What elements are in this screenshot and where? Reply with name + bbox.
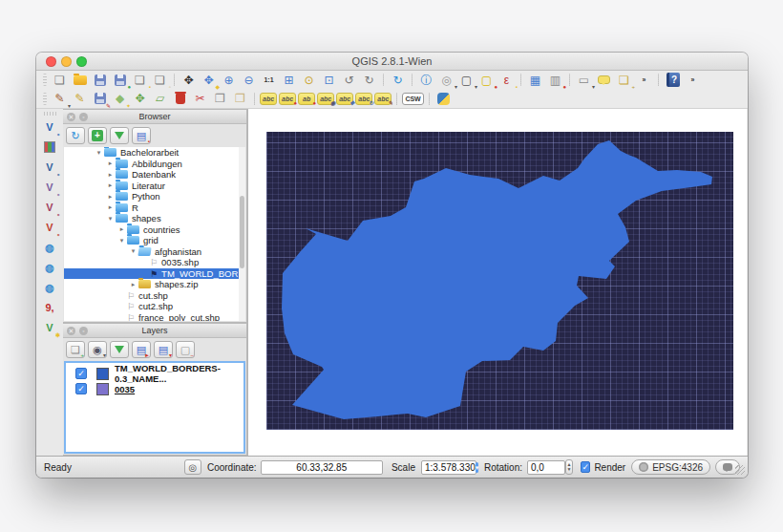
separator[interactable] <box>174 74 175 86</box>
separator[interactable] <box>254 93 255 105</box>
toolbar-overflow-chevron[interactable]: » <box>684 72 702 88</box>
refresh-map-button[interactable]: ↻ <box>389 72 407 88</box>
delete-selected-button[interactable] <box>171 91 189 107</box>
toolbar-handle[interactable] <box>43 93 47 105</box>
add-wms-layer-button[interactable]: ◍ <box>39 238 60 257</box>
zoom-next-button[interactable]: ↻ <box>360 72 378 88</box>
pan-to-selection-button[interactable]: ✥ ◆ <box>200 72 218 88</box>
save-project-as-button[interactable]: ● <box>111 72 129 88</box>
expander-icon[interactable]: ▾ <box>94 149 104 157</box>
toggle-editing-button[interactable]: ✎ <box>71 91 89 107</box>
expander-icon[interactable]: ▸ <box>105 203 116 211</box>
node-tool-button[interactable]: ▱ <box>151 91 169 107</box>
expander-icon[interactable]: ▸ <box>105 193 116 201</box>
expander-icon[interactable]: ▾ <box>128 247 138 255</box>
layer-labeling-button[interactable]: abc <box>260 93 277 105</box>
tree-item[interactable]: ⚐ cut.shp <box>64 290 245 302</box>
separator[interactable] <box>569 74 570 86</box>
browser-collapse-button[interactable]: ▤ ▪ <box>132 127 151 144</box>
crs-status-button[interactable]: EPSG:4326 <box>631 459 710 475</box>
metasearch-csw-button[interactable]: CSW <box>402 93 423 105</box>
select-by-expression-button[interactable]: ε ▪ <box>497 72 516 88</box>
zoom-to-selection-button[interactable]: ⊙ <box>300 72 318 88</box>
expander-icon[interactable]: ▸ <box>105 181 116 189</box>
move-label-button[interactable]: abc ✥ <box>336 93 353 105</box>
tree-item[interactable]: ▾ afghanistan <box>64 246 245 258</box>
scale-dropdown-icon[interactable]: ▾ <box>476 462 479 473</box>
separator[interactable] <box>520 74 521 86</box>
composer-manager-button[interactable]: ❏ ◦ <box>151 72 169 88</box>
zoom-last-button[interactable]: ↺ <box>340 72 358 88</box>
tree-item[interactable]: ▸ R <box>64 202 245 214</box>
new-composer-button[interactable]: ❏ ▪ <box>131 72 149 88</box>
change-label-button[interactable]: abc ✎ <box>374 93 392 105</box>
move-feature-button[interactable]: ✥ <box>131 91 149 107</box>
add-feature-button[interactable]: ◆ ✦ <box>111 91 129 107</box>
scale-input[interactable]: 1:3.578.330 ▾ <box>421 460 476 475</box>
measure-button[interactable]: ▭ ▾ <box>575 72 593 88</box>
highlight-pinned-labels-button[interactable]: ab ● <box>298 93 315 105</box>
tree-item[interactable]: ⚐ france_poly_cut.shp <box>64 312 245 322</box>
toolbar-handle[interactable] <box>43 74 47 86</box>
add-oracle-layer-button[interactable]: V ∘ <box>39 218 60 237</box>
tree-item[interactable]: ▸ shapes.zip <box>64 279 245 290</box>
expander-icon[interactable]: ▾ <box>105 215 116 223</box>
save-project-button[interactable] <box>91 72 109 88</box>
expander-icon[interactable]: ▸ <box>116 225 127 233</box>
current-edits-button[interactable]: ✎ ▾ <box>51 91 69 107</box>
separator[interactable] <box>396 93 397 105</box>
zoom-out-button[interactable]: ⊖ <box>240 72 258 88</box>
new-bookmark-button[interactable]: ❏ + <box>615 72 633 88</box>
browser-scrollbar[interactable] <box>239 147 245 321</box>
tree-item[interactable]: ▸ Literatur <box>64 181 245 192</box>
render-checkbox[interactable]: ✓ <box>581 461 590 473</box>
layer-visibility-checkbox[interactable]: ✓ <box>75 383 87 394</box>
add-postgis-layer-button[interactable]: V ∘ <box>39 158 60 177</box>
track-mouse-button[interactable]: ◎ <box>184 459 201 475</box>
rotate-label-button[interactable]: abc ↻ <box>355 93 372 105</box>
tree-item[interactable]: ▾ grid <box>64 235 245 246</box>
zoom-to-layer-button[interactable]: ⊡ <box>320 72 338 88</box>
tree-item[interactable]: ▸ Python <box>64 191 245 202</box>
expander-icon[interactable]: ▸ <box>128 281 138 288</box>
add-group-button[interactable]: ❏ + <box>66 341 85 358</box>
separator[interactable] <box>429 93 430 105</box>
rotation-input[interactable]: 0,0 <box>527 460 565 475</box>
add-wcs-layer-button[interactable]: ◍ <box>39 258 60 277</box>
map-canvas[interactable] <box>247 109 747 456</box>
new-shapefile-button[interactable]: V ✱ <box>39 318 60 337</box>
add-wfs-layer-button[interactable]: ◍ <box>39 278 60 297</box>
remove-layer-button[interactable]: ▢ − <box>176 341 195 358</box>
coordinate-input[interactable]: 60.33,32.85 <box>261 460 383 475</box>
tree-item[interactable]: ▸ Abbildungen <box>64 159 245 170</box>
deselect-features-button[interactable]: ▢ ● <box>477 72 496 88</box>
python-console-button[interactable] <box>434 91 453 107</box>
pan-map-button[interactable]: ✥ <box>180 72 198 88</box>
show-hide-labels-button[interactable]: abc ◉ <box>317 93 334 105</box>
collapse-all-button[interactable]: ▤ ▾ <box>154 341 173 358</box>
copy-features-button[interactable]: ❐ <box>211 91 229 107</box>
resize-grip[interactable] <box>735 465 745 475</box>
separator[interactable] <box>412 74 413 86</box>
layer-visibility-checkbox[interactable]: ✓ <box>75 368 87 379</box>
manage-visibility-button[interactable]: ◉ ▾ <box>88 341 107 358</box>
separator[interactable] <box>658 74 659 86</box>
tree-item[interactable]: ▸ Datenbank <box>64 169 245 181</box>
add-raster-layer-button[interactable] <box>39 138 60 157</box>
zoom-in-button[interactable]: ⊕ <box>220 72 238 88</box>
paste-features-button[interactable]: ❐ <box>231 91 249 107</box>
toolbar-handle[interactable] <box>44 112 56 116</box>
add-mssql-layer-button[interactable]: V ∘ <box>39 198 60 217</box>
add-vector-layer-button[interactable]: V ∘ <box>39 117 60 137</box>
identify-features-button[interactable]: ⓘ <box>417 72 435 88</box>
tree-item[interactable]: ▾ Bachelorarbeit <box>64 147 245 159</box>
new-project-button[interactable]: ❏ <box>51 72 69 88</box>
cut-features-button[interactable]: ✂ <box>191 91 209 107</box>
zoom-full-button[interactable]: ⊞ <box>280 72 298 88</box>
layer-row[interactable]: ✓ TM_WORLD_BORDERS-0.3_NAME... <box>66 366 243 381</box>
rotation-stepper[interactable]: ▲▼ <box>565 459 573 475</box>
browser-add-layer-button[interactable]: + <box>88 127 107 144</box>
browser-refresh-button[interactable]: ↻ <box>66 127 85 144</box>
tree-item[interactable]: ⚑ TM_WORLD_BOR <box>64 268 245 280</box>
add-delimited-text-button[interactable]: 9, <box>39 298 60 317</box>
